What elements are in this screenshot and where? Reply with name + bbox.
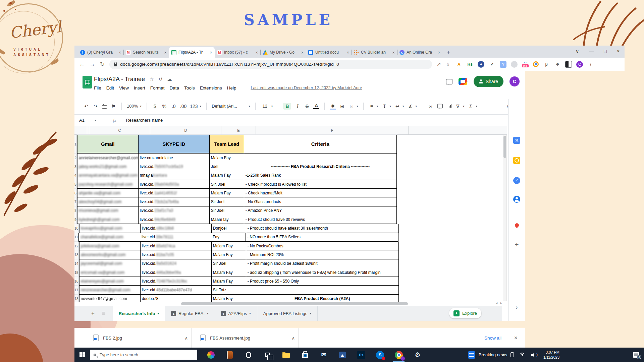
team-lead-cell[interactable]: Ma'am Fay bbox=[212, 250, 246, 259]
redo-icon[interactable]: ↷ bbox=[93, 104, 99, 109]
team-lead-cell[interactable]: Ma'am Fay bbox=[210, 154, 244, 162]
decrease-decimal-icon[interactable]: .0 bbox=[171, 104, 177, 109]
row-header[interactable]: 7 bbox=[74, 197, 77, 206]
your-phone-icon[interactable] bbox=[511, 352, 514, 357]
skype-cell[interactable]: live:.cid.73cb2a7b49a bbox=[139, 197, 210, 206]
chrome-icon[interactable]: C bbox=[394, 350, 403, 360]
team-lead-cell[interactable]: Fay bbox=[211, 233, 246, 242]
criteria-cell[interactable]: - Product price $5 - $50 Only bbox=[246, 277, 399, 286]
team-lead-cell[interactable]: Sir Joel bbox=[210, 197, 244, 206]
header-cell[interactable]: Team Lead bbox=[210, 135, 244, 154]
mail-icon[interactable]: ✉ bbox=[319, 350, 328, 360]
insert-link-icon[interactable]: ∞ bbox=[427, 104, 433, 109]
keep-icon[interactable] bbox=[513, 157, 520, 164]
team-lead-cell[interactable]: Ma'am Fay bbox=[212, 268, 246, 277]
vertical-align-icon[interactable]: ↧ bbox=[381, 104, 387, 109]
skype-cell[interactable]: live:.cid.446a3bbe09a bbox=[141, 268, 212, 277]
horizontal-scrollbar[interactable] bbox=[181, 302, 408, 305]
document-title[interactable]: Flips/A2A - Trainee bbox=[94, 76, 145, 83]
extension-wheel-icon[interactable]: ✦ bbox=[478, 61, 484, 68]
taskbar-search-input[interactable]: Type here to search bbox=[90, 350, 197, 360]
italic-icon[interactable]: I bbox=[294, 104, 301, 109]
team-lead-cell[interactable]: Maam fay bbox=[210, 215, 244, 224]
chevron-down-icon[interactable]: ▾ bbox=[271, 105, 273, 108]
functions-icon[interactable]: Σ bbox=[468, 104, 474, 109]
skype-cell[interactable]: dooibo78 bbox=[141, 295, 212, 302]
paint-app-icon[interactable] bbox=[207, 350, 215, 360]
criteria-cell[interactable]: - No Packs/Combos bbox=[246, 242, 399, 250]
extension-check-icon[interactable]: ✓ bbox=[489, 61, 495, 68]
chevron-down-icon[interactable]: ▾ bbox=[249, 312, 251, 315]
download-item[interactable]: FBS 2.jpg ∧ bbox=[93, 328, 191, 348]
meet-icon[interactable] bbox=[459, 78, 467, 85]
gmail-cell[interactable]: jayceemail@gmail.com bbox=[79, 259, 141, 268]
percent-format-icon[interactable]: % bbox=[161, 104, 167, 109]
show-all-button[interactable]: Show all bbox=[484, 336, 501, 341]
chevron-down-icon[interactable]: ▾ bbox=[402, 105, 404, 108]
team-lead-cell[interactable]: Donjoel bbox=[212, 224, 246, 233]
browser-tab[interactable]: MSearch results× bbox=[123, 47, 169, 58]
row-header[interactable]: 14 bbox=[74, 259, 79, 268]
all-sheets-icon[interactable]: ≡ bbox=[102, 310, 105, 317]
chevron-down-icon[interactable]: ▾ bbox=[95, 119, 96, 122]
opera-icon[interactable] bbox=[244, 350, 253, 360]
row-header[interactable]: 15 bbox=[74, 268, 79, 277]
skype-cell[interactable]: live:.cid.1a4414f051f bbox=[139, 189, 210, 197]
criteria-cell[interactable]: - Check hazmat/Melt bbox=[244, 189, 397, 197]
microsoft-store-icon[interactable] bbox=[301, 350, 309, 360]
profile-avatar[interactable]: C bbox=[576, 61, 583, 68]
share-icon[interactable]: ↗ bbox=[437, 61, 441, 67]
bookmark-star-icon[interactable]: ☆ bbox=[446, 61, 450, 67]
menu-insert[interactable]: Insert bbox=[134, 85, 145, 90]
extension-rs-icon[interactable]: Rs bbox=[467, 61, 473, 68]
team-lead-cell[interactable]: Joel bbox=[210, 162, 244, 171]
menu-extensions[interactable]: Extensions bbox=[200, 85, 222, 90]
criteria-cell[interactable]: FBA Product Research (A2A) bbox=[246, 295, 399, 302]
paint-format-icon[interactable]: ⚑ bbox=[110, 104, 116, 109]
criteria-cell[interactable]: - Profit margin should be atleast $3/uni… bbox=[246, 259, 399, 268]
team-lead-cell[interactable]: Ma'am Fay bbox=[210, 171, 244, 180]
browser-tab[interactable]: Untitled docu× bbox=[306, 47, 352, 58]
chevron-down-icon[interactable]: ▾ bbox=[357, 105, 358, 108]
scroll-right-icon[interactable]: ▸ bbox=[500, 301, 502, 305]
taskbar-clock[interactable]: 3:07 PM 1/11/2023 bbox=[543, 350, 559, 360]
wifi-icon[interactable] bbox=[520, 353, 526, 357]
team-lead-cell[interactable]: Ma'am Fay bbox=[210, 189, 244, 197]
gmail-cell[interactable]: alexonworks@gmail.com bbox=[79, 250, 141, 259]
skype-cell[interactable]: live:.cid.45d11babe487e47d bbox=[141, 286, 212, 294]
row-header[interactable]: 5 bbox=[74, 180, 77, 189]
sheet-tab[interactable]: 5A2A/Flips▾ bbox=[215, 306, 257, 321]
tab-close-icon[interactable]: × bbox=[255, 50, 258, 55]
row-header[interactable]: 6 bbox=[74, 189, 77, 197]
chevron-down-icon[interactable]: ▾ bbox=[207, 312, 209, 315]
gmail-cell[interactable]: chanafelice@gmail.com bbox=[79, 233, 140, 242]
font-size-select[interactable]: 12 bbox=[261, 104, 269, 109]
gmail-cell[interactable]: ericsmail.va@gmail.com bbox=[79, 268, 141, 277]
criteria-cell[interactable]: - Product should have atleast 30 sales/m… bbox=[246, 224, 399, 233]
row-header[interactable]: 16 bbox=[74, 277, 79, 286]
photoshop-icon[interactable]: Ps bbox=[357, 350, 366, 360]
skype-cell[interactable]: live:.cid.9a5d31624 bbox=[141, 259, 212, 268]
gmail-cell[interactable]: novwinter947@gmail.com bbox=[79, 295, 141, 302]
start-button[interactable] bbox=[74, 348, 90, 362]
row-header[interactable]: 17 bbox=[74, 286, 79, 294]
column-header-E[interactable]: E bbox=[221, 126, 256, 134]
minimize-button[interactable]: — bbox=[589, 49, 594, 54]
contacts-icon[interactable] bbox=[513, 196, 520, 203]
browser-menu-icon[interactable]: ⋮ bbox=[587, 61, 594, 68]
browser-tab[interactable]: f(3) Cheryl Gra× bbox=[78, 47, 123, 58]
action-center-icon[interactable]: 4 bbox=[633, 352, 639, 358]
criteria-cell[interactable]: - Amazon Price ANY bbox=[244, 206, 397, 215]
account-avatar[interactable]: C bbox=[509, 76, 520, 86]
skype-cell[interactable]: live:.cid.39e78111 bbox=[140, 233, 211, 242]
team-lead-cell[interactable]: Ma'am Fay bbox=[212, 277, 246, 286]
gmail-cell[interactable]: ahjanlie.va@gmail.com bbox=[77, 189, 139, 197]
row-header[interactable]: 11 bbox=[74, 233, 78, 242]
skype-cell[interactable]: live:.cid.81ba7c05 bbox=[141, 250, 212, 259]
last-edit-link[interactable]: Last edit was made on December 12, 2022 … bbox=[251, 85, 362, 90]
extension-beta-icon[interactable]: β bbox=[543, 61, 550, 68]
gmail-cell[interactable]: annmayalcantara.va@gmail.com bbox=[77, 171, 139, 180]
skype-cell[interactable]: live:.cid.23af1c7a3 bbox=[139, 206, 210, 215]
undo-icon[interactable]: ↶ bbox=[83, 104, 89, 109]
forward-icon[interactable]: → bbox=[90, 61, 95, 68]
